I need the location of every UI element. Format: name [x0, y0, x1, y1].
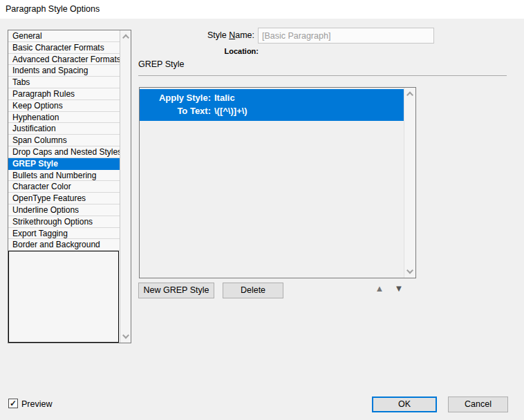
preview-checkbox[interactable]: ✓ — [8, 399, 18, 408]
grep-style-rows: Apply Style:ItalicTo Text:\([^\)]+\) — [140, 89, 404, 121]
sidebar-item-span-columns[interactable]: Span Columns — [8, 135, 120, 146]
sidebar-item-basic-character-formats[interactable]: Basic Character Formats — [8, 42, 120, 54]
sidebar-item-paragraph-rules[interactable]: Paragraph Rules — [8, 88, 120, 100]
sidebar-item-strikethrough-options[interactable]: Strikethrough Options — [8, 216, 120, 228]
cancel-button[interactable]: Cancel — [448, 397, 508, 412]
sidebar-item-border-and-background[interactable]: Border and Background — [8, 239, 120, 251]
sidebar-item-grep-style[interactable]: GREP Style — [8, 158, 120, 170]
sidebar-item-hyphenation[interactable]: Hyphenation — [8, 112, 120, 124]
new-grep-style-button[interactable]: New GREP Style — [138, 283, 214, 298]
sidebar-scrollbar[interactable] — [120, 30, 131, 343]
move-up-button[interactable]: ▲ — [373, 283, 386, 295]
sidebar-item-advanced-character-formats[interactable]: Advanced Character Formats — [8, 54, 120, 66]
dialog-titlebar: Paragraph Style Options — [0, 0, 524, 19]
checkmark-icon: ✓ — [10, 399, 17, 408]
panel-divider — [138, 75, 507, 76]
location-label: Location: — [189, 47, 259, 55]
paragraph-style-options-dialog: { "window": { "title": "Paragraph Style … — [0, 0, 524, 420]
style-name-input — [258, 28, 434, 44]
sidebar-item-character-color[interactable]: Character Color — [8, 181, 120, 193]
grep-line-label: Apply Style: — [140, 91, 211, 104]
sidebar-item-indents-and-spacing[interactable]: Indents and Spacing — [8, 65, 120, 77]
sidebar-item-underline-options[interactable]: Underline Options — [8, 204, 120, 216]
grep-line-label: To Text: — [140, 104, 211, 117]
grep-style-entry[interactable]: Apply Style:ItalicTo Text:\([^\)]+\) — [140, 89, 404, 121]
sidebar-item-justification[interactable]: Justification — [8, 123, 120, 135]
style-name-label: Style Name: — [173, 30, 254, 40]
preview-label: Preview — [21, 399, 52, 409]
style-preview-box — [8, 251, 119, 343]
grep-list-scrollbar[interactable] — [404, 88, 415, 278]
sidebar-item-general[interactable]: General — [8, 30, 120, 42]
sidebar-item-tabs[interactable]: Tabs — [8, 77, 120, 88]
sidebar-item-keep-options[interactable]: Keep Options — [8, 100, 120, 112]
move-down-button[interactable]: ▼ — [392, 283, 406, 295]
delete-button[interactable]: Delete — [223, 283, 283, 298]
sidebar-item-bullets-and-numbering[interactable]: Bullets and Numbering — [8, 170, 120, 182]
grep-line-value: \([^\)]+\) — [214, 104, 404, 117]
grep-line-value: Italic — [214, 91, 404, 104]
sidebar-item-export-tagging[interactable]: Export Tagging — [8, 228, 120, 240]
grep-style-list: Apply Style:ItalicTo Text:\([^\)]+\) — [139, 87, 416, 278]
sidebar-item-drop-caps-and-nested-styles[interactable]: Drop Caps and Nested Styles — [8, 146, 120, 158]
scroll-up-icon[interactable] — [122, 35, 129, 41]
ok-button[interactable]: OK — [372, 397, 437, 412]
panel-title: GREP Style — [138, 59, 184, 69]
move-up-icon: ▲ — [375, 283, 384, 294]
scroll-down-icon[interactable] — [122, 332, 129, 339]
sidebar-item-opentype-features[interactable]: OpenType Features — [8, 193, 120, 204]
scroll-up-icon[interactable] — [406, 92, 413, 99]
dialog-title: Paragraph Style Options — [6, 4, 100, 14]
scroll-down-icon[interactable] — [406, 267, 413, 274]
move-down-icon: ▼ — [395, 283, 404, 294]
